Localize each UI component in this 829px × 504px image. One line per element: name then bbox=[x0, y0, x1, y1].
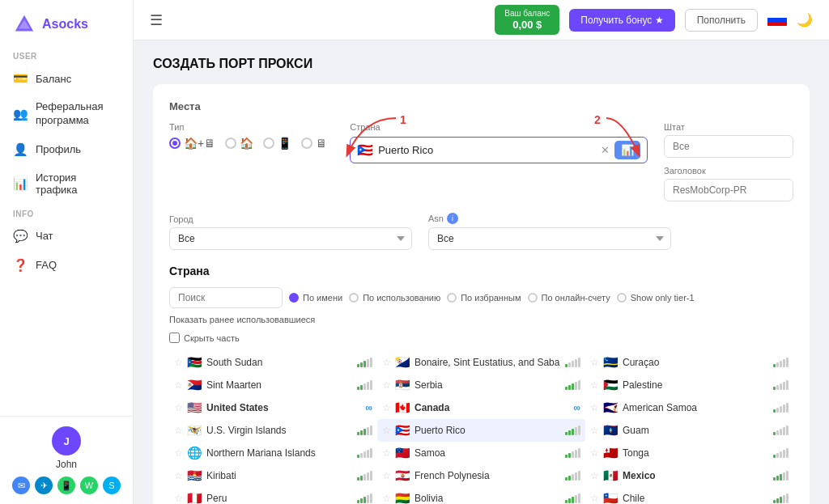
star-icon[interactable]: ☆ bbox=[174, 470, 183, 481]
sidebar-item-referral[interactable]: 👥 Реферальная программа bbox=[0, 93, 133, 135]
signal-bars bbox=[565, 358, 580, 367]
country-row[interactable]: ☆ 🇰🇮 Kiribati bbox=[169, 464, 377, 487]
type-option-2[interactable]: 🏠 bbox=[225, 137, 253, 150]
dark-mode-toggle[interactable]: 🌙 bbox=[797, 12, 813, 28]
country-row[interactable]: ☆ 🇦🇸 American Samoa bbox=[585, 396, 793, 419]
type-option-3[interactable]: 📱 bbox=[263, 137, 291, 150]
country-input[interactable]: 🇵🇷 Puerto Rico ✕ 📊 bbox=[350, 137, 648, 163]
city-select[interactable]: Все bbox=[169, 227, 412, 250]
country-row[interactable]: ☆ 🇨🇱 Chile bbox=[585, 487, 793, 504]
star-icon[interactable]: ☆ bbox=[590, 425, 599, 436]
skype-social-icon[interactable]: S bbox=[103, 476, 121, 494]
email-social-icon[interactable]: ✉ bbox=[12, 476, 30, 494]
hamburger-icon[interactable]: ☰ bbox=[150, 11, 163, 29]
filter-by-name[interactable]: По имени bbox=[289, 293, 342, 303]
state-input[interactable] bbox=[664, 135, 793, 158]
star-icon[interactable]: ☆ bbox=[174, 402, 183, 413]
signal-bars bbox=[357, 448, 372, 458]
country-emoji: 🇵🇷 bbox=[395, 423, 410, 438]
country-row[interactable]: ☆ 🇹🇴 Tonga bbox=[585, 442, 793, 464]
star-icon[interactable]: ☆ bbox=[590, 447, 599, 459]
country-row[interactable]: ☆ 🇨🇼 Curaçao bbox=[585, 351, 793, 374]
star-icon[interactable]: ☆ bbox=[382, 470, 391, 481]
star-icon[interactable]: ☆ bbox=[382, 447, 391, 459]
heading-input[interactable] bbox=[664, 179, 793, 201]
filter-tier1[interactable]: Show only tier-1 bbox=[617, 293, 695, 303]
country-field-label: Страна bbox=[350, 122, 648, 132]
country-row[interactable]: ☆ 🇬🇺 Guam bbox=[585, 419, 793, 442]
country-row[interactable]: ☆ 🇵🇷 Puerto Rico bbox=[377, 419, 585, 442]
country-row[interactable]: ☆ 🇸🇸 South Sudan bbox=[169, 351, 377, 374]
country-name: Bolivia bbox=[414, 493, 561, 504]
sidebar-bottom: J John ✉ ✈ 📱 W S bbox=[0, 416, 133, 504]
star-icon[interactable]: ☆ bbox=[174, 447, 183, 459]
country-emoji: 🇦🇸 bbox=[603, 400, 619, 415]
country-row[interactable]: ☆ 🇵🇫 French Polynesia bbox=[377, 464, 585, 487]
telegram-social-icon[interactable]: ✈ bbox=[35, 476, 53, 494]
signal-bars bbox=[565, 493, 580, 503]
radio-dot-1 bbox=[169, 138, 181, 149]
country-row[interactable]: ☆ 🇺🇸 United States ∞ bbox=[169, 396, 377, 419]
balance-badge: Ваш баланс 0,00 $ bbox=[495, 5, 559, 36]
signal-bars bbox=[773, 426, 789, 435]
whatsapp-social-icon[interactable]: 📱 bbox=[57, 476, 75, 494]
type-label: Тип bbox=[169, 122, 334, 132]
sidebar-item-traffic[interactable]: 📊 История трафика bbox=[0, 164, 133, 203]
type-option-4[interactable]: 🖥 bbox=[301, 137, 327, 150]
star-icon[interactable]: ☆ bbox=[590, 402, 599, 413]
country-row[interactable]: ☆ 🇻🇮 U.S. Virgin Islands bbox=[169, 419, 377, 442]
country-row[interactable]: ☆ 🇼🇸 Samoa bbox=[377, 442, 585, 464]
country-row[interactable]: ☆ 🇧🇴 Bolivia bbox=[377, 487, 585, 504]
star-icon[interactable]: ☆ bbox=[382, 425, 391, 436]
whatsapp2-social-icon[interactable]: W bbox=[80, 476, 98, 494]
star-icon[interactable]: ☆ bbox=[174, 379, 183, 391]
type-option-1[interactable]: 🏠+🖥 bbox=[169, 137, 215, 150]
star-icon[interactable]: ☆ bbox=[174, 425, 183, 436]
star-icon[interactable]: ☆ bbox=[382, 357, 391, 368]
refill-button[interactable]: Пополнить bbox=[685, 9, 758, 32]
sidebar-item-faq[interactable]: ❓ FAQ bbox=[0, 251, 133, 280]
star-icon[interactable]: ☆ bbox=[590, 493, 599, 504]
sidebar-item-balance[interactable]: 💳 Баланс bbox=[0, 64, 133, 93]
filter-by-usage[interactable]: По использованию bbox=[349, 293, 440, 303]
star-icon[interactable]: ☆ bbox=[174, 357, 183, 368]
filter-favorites-radio bbox=[447, 293, 457, 303]
city-label: Город bbox=[169, 214, 412, 224]
star-icon[interactable]: ☆ bbox=[174, 493, 183, 504]
filter-by-favorites[interactable]: По избранным bbox=[447, 293, 521, 303]
signal-bars bbox=[357, 380, 372, 390]
page-body: СОЗДАТЬ ПОРТ ПРОКСИ Места 1 bbox=[134, 40, 829, 504]
clear-country-button[interactable]: ✕ bbox=[601, 144, 610, 156]
country-row[interactable]: ☆ 🇸🇽 Sint Maarten bbox=[169, 374, 377, 396]
country-row[interactable]: ☆ 🇧🇶 Bonaire, Sint Eustatius, and Saba bbox=[377, 351, 585, 374]
country-emoji: 🇸🇽 bbox=[187, 378, 202, 392]
star-icon[interactable]: ☆ bbox=[382, 379, 391, 391]
star-icon[interactable]: ☆ bbox=[590, 357, 599, 368]
header: ☰ Ваш баланс 0,00 $ Получить бонус ★ Поп… bbox=[134, 0, 829, 40]
country-row[interactable]: ☆ 🇵🇪 Peru bbox=[169, 487, 377, 504]
signal-bars bbox=[565, 448, 580, 458]
sidebar-item-profile[interactable]: 👤 Профиль bbox=[0, 135, 133, 164]
asn-select[interactable]: Все bbox=[428, 227, 671, 250]
country-row[interactable]: ☆ 🇷🇸 Serbia bbox=[377, 374, 585, 396]
search-input[interactable] bbox=[169, 287, 283, 308]
signal-bars bbox=[773, 448, 789, 458]
filter-by-online[interactable]: По онлайн-счету bbox=[528, 293, 610, 303]
country-row[interactable]: ☆ 🌐 Northern Mariana Islands bbox=[169, 442, 377, 464]
bonus-button[interactable]: Получить бонус ★ bbox=[569, 9, 674, 32]
star-icon[interactable]: ☆ bbox=[590, 470, 599, 481]
sidebar-item-chat[interactable]: 💬 Чат bbox=[0, 222, 133, 251]
hide-part-checkbox[interactable] bbox=[169, 332, 180, 343]
country-name: American Samoa bbox=[623, 402, 769, 413]
logo[interactable]: Asocks bbox=[0, 0, 133, 45]
country-row[interactable]: ☆ 🇨🇦 Canada ∞ bbox=[377, 396, 585, 419]
star-icon[interactable]: ☆ bbox=[590, 379, 599, 391]
star-icon[interactable]: ☆ bbox=[382, 402, 391, 413]
country-row[interactable]: ☆ 🇲🇽 Mexico bbox=[585, 464, 793, 487]
radio-dot-2 bbox=[225, 138, 236, 149]
country-row[interactable]: ☆ 🇵🇸 Palestine bbox=[585, 374, 793, 396]
filter-recent[interactable]: Показать ранее использовавшиеся bbox=[169, 315, 315, 324]
star-icon[interactable]: ☆ bbox=[382, 493, 391, 504]
language-selector[interactable] bbox=[767, 14, 787, 27]
chart-button[interactable]: 📊 bbox=[614, 141, 640, 159]
